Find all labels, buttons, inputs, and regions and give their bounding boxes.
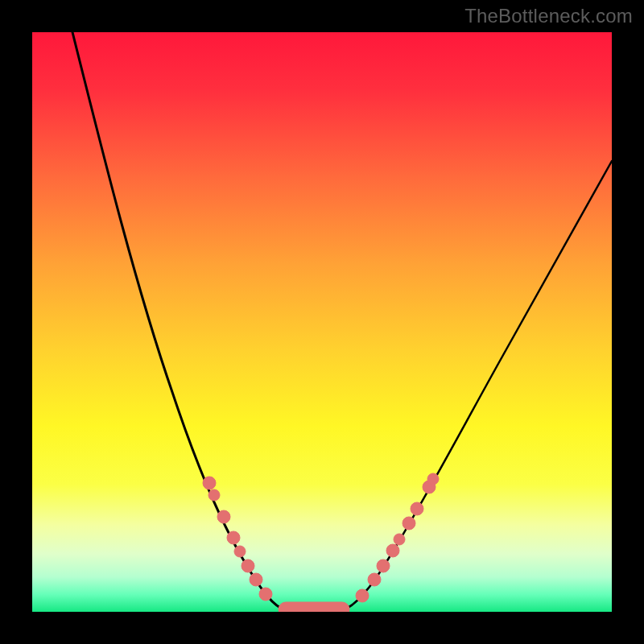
svg-point-5 [234,546,246,557]
svg-point-11 [368,573,381,586]
svg-point-15 [402,517,415,530]
svg-point-10 [356,589,369,602]
svg-point-13 [386,544,399,557]
plot-area [32,32,612,612]
svg-point-16 [411,502,423,515]
svg-point-12 [377,559,390,572]
chart-frame: TheBottleneck.com [0,0,644,644]
svg-rect-9 [279,602,349,612]
curve-layer [32,32,612,612]
marker-group [203,473,439,612]
curve-right [342,161,612,610]
svg-point-14 [394,534,405,545]
svg-point-4 [227,531,240,544]
svg-point-7 [250,573,262,586]
svg-point-18 [427,473,439,485]
svg-point-3 [217,510,230,523]
curve-left [72,32,286,610]
svg-point-8 [259,588,272,601]
svg-point-2 [208,489,220,501]
svg-point-1 [203,477,216,489]
watermark-text: TheBottleneck.com [464,5,633,27]
svg-point-6 [242,559,254,572]
